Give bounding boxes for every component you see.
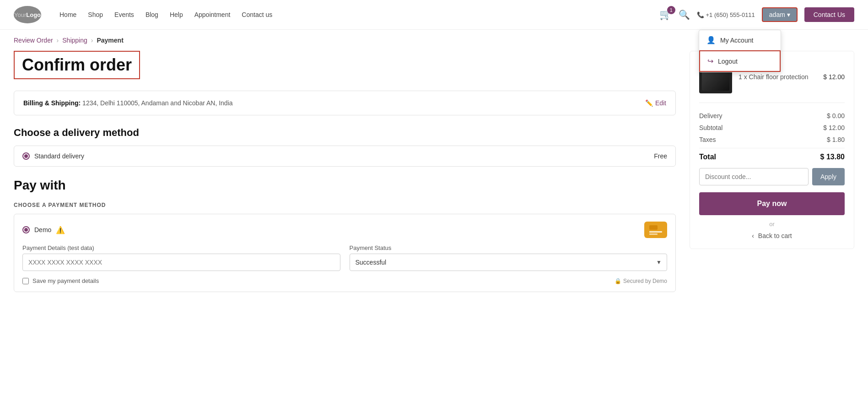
nav-contact-us[interactable]: Contact us xyxy=(242,11,272,18)
card-icon xyxy=(644,222,667,238)
cart-badge: 1 xyxy=(667,6,675,14)
subtotal-row: Subtotal $ 12.00 xyxy=(699,124,845,131)
my-account-label: My Account xyxy=(720,37,753,44)
my-account-item[interactable]: 👤 My Account xyxy=(699,30,781,50)
payment-status-select-wrap: Successful Failed Pending ▼ xyxy=(350,254,668,271)
nav-shop[interactable]: Shop xyxy=(88,11,103,18)
logo: YourLogo xyxy=(14,6,41,23)
header-right: 🛒 1 🔍 📞 +1 (650) 555-0111 adam ▾ Contact… xyxy=(659,7,854,22)
back-to-cart-link[interactable]: ‹ Back to cart xyxy=(752,232,792,239)
taxes-row: Taxes $ 1.80 xyxy=(699,136,845,143)
delivery-label: Delivery xyxy=(699,112,722,119)
demo-left: Demo ⚠️ xyxy=(22,226,65,234)
product-qty: 1 x xyxy=(739,73,747,81)
demo-row: Demo ⚠️ xyxy=(22,222,667,238)
save-payment-checkbox[interactable] xyxy=(22,278,29,284)
nav-blog[interactable]: Blog xyxy=(146,11,158,18)
product-price: $ 12.00 xyxy=(823,73,845,81)
billing-label: Billing & Shipping: xyxy=(23,99,81,107)
demo-radio[interactable] xyxy=(22,226,30,233)
payment-status-group: Payment Status Successful Failed Pending… xyxy=(350,244,668,271)
main-content: Confirm order Billing & Shipping: 1234, … xyxy=(0,51,868,310)
phone-number: 📞 +1 (650) 555-0111 xyxy=(697,11,755,18)
delivery-option-label: Standard delivery xyxy=(34,152,84,160)
back-arrow-icon: ‹ xyxy=(752,232,754,239)
standard-delivery-option[interactable]: Standard delivery xyxy=(22,152,84,160)
breadcrumb-sep-2: › xyxy=(91,37,93,44)
back-to-cart-label: Back to cart xyxy=(758,232,792,239)
nav-appointment[interactable]: Appointment xyxy=(194,11,231,18)
billing-box: Billing & Shipping: 1234, Delhi 110005, … xyxy=(14,91,676,115)
logo-your: Your xyxy=(14,11,26,18)
user-dropdown: 👤 My Account ↪ Logout xyxy=(699,30,781,72)
edit-button[interactable]: ✏️ Edit xyxy=(645,99,666,107)
left-panel: Confirm order Billing & Shipping: 1234, … xyxy=(14,51,676,292)
payment-fields: Payment Details (test data) Payment Stat… xyxy=(22,244,667,271)
demo-radio-dot xyxy=(24,228,28,232)
payment-details-input[interactable] xyxy=(22,254,340,271)
or-divider: or xyxy=(699,221,845,228)
discount-row: Apply xyxy=(699,168,845,185)
back-to-cart[interactable]: ‹ Back to cart xyxy=(699,232,845,239)
delivery-value: $ 0.00 xyxy=(827,112,845,119)
billing-address: 1234, Delhi 110005, Andaman and Nicobar … xyxy=(82,99,232,107)
delivery-section-title: Choose a delivery method xyxy=(14,127,676,139)
breadcrumb-shipping[interactable]: Shipping xyxy=(62,37,87,44)
search-icon[interactable]: 🔍 xyxy=(679,9,690,20)
header: YourLogo Home Shop Events Blog Help Appo… xyxy=(0,0,868,30)
edit-pencil-icon: ✏️ xyxy=(645,99,653,107)
cart-button[interactable]: 🛒 1 xyxy=(659,9,672,21)
nav-home[interactable]: Home xyxy=(59,11,76,18)
logo-image: YourLogo xyxy=(14,6,41,23)
total-label: Total xyxy=(699,153,716,161)
main-nav: Home Shop Events Blog Help Appointment C… xyxy=(59,11,659,18)
demo-label: Demo xyxy=(34,226,51,233)
subtotal-label: Subtotal xyxy=(699,124,722,131)
taxes-label: Taxes xyxy=(699,136,716,143)
logout-icon: ↪ xyxy=(707,57,713,65)
logout-item[interactable]: ↪ Logout xyxy=(699,50,781,72)
logout-label: Logout xyxy=(718,58,738,65)
save-row: Save my payment details 🔒 Secured by Dem… xyxy=(22,277,667,284)
nav-events[interactable]: Events xyxy=(114,11,134,18)
order-summary: 1 x Chair floor protection $ 12.00 Deliv… xyxy=(690,51,854,249)
user-menu-button[interactable]: adam ▾ xyxy=(762,7,798,22)
delivery-box: Standard delivery Free xyxy=(14,146,676,167)
billing-text: Billing & Shipping: 1234, Delhi 110005, … xyxy=(23,99,233,107)
discount-input[interactable] xyxy=(699,168,809,185)
confirm-order-title: Confirm order xyxy=(22,55,132,75)
contact-us-button[interactable]: Contact Us xyxy=(804,7,854,22)
payment-details-label: Payment Details (test data) xyxy=(22,244,340,251)
edit-label: Edit xyxy=(655,99,666,107)
breadcrumb-review-order[interactable]: Review Order xyxy=(14,37,53,44)
pay-now-button[interactable]: Pay now xyxy=(699,192,845,215)
account-icon: 👤 xyxy=(706,36,716,44)
breadcrumb-current: Payment xyxy=(97,37,123,44)
delivery-price: Free xyxy=(654,152,667,160)
payment-status-label: Payment Status xyxy=(350,244,668,251)
breadcrumb-sep-1: › xyxy=(57,37,59,44)
payment-box: Demo ⚠️ Payment Details (test data) xyxy=(14,214,676,292)
payment-method-label: CHOOSE A PAYMENT METHOD xyxy=(14,202,676,208)
total-row: Total $ 13.80 xyxy=(699,153,845,161)
secured-label: 🔒 Secured by Demo xyxy=(615,278,667,284)
product-name: 1 x Chair floor protection xyxy=(739,73,817,81)
delivery-row: Delivery $ 0.00 xyxy=(699,112,845,119)
logo-text: Logo xyxy=(26,11,41,18)
right-panel: 1 x Chair floor protection $ 12.00 Deliv… xyxy=(690,51,854,292)
save-payment-label: Save my payment details xyxy=(32,277,99,284)
product-info: 1 x Chair floor protection xyxy=(739,73,817,81)
radio-dot xyxy=(24,154,28,158)
taxes-value: $ 1.80 xyxy=(827,136,845,143)
radio-circle xyxy=(22,152,30,160)
total-value: $ 13.80 xyxy=(820,153,845,161)
payment-details-group: Payment Details (test data) xyxy=(22,244,340,271)
nav-help[interactable]: Help xyxy=(170,11,183,18)
apply-button[interactable]: Apply xyxy=(812,168,845,185)
pay-with-title: Pay with xyxy=(14,178,676,193)
lock-icon: 🔒 xyxy=(615,278,621,284)
warning-icon: ⚠️ xyxy=(56,226,65,234)
payment-status-select[interactable]: Successful Failed Pending xyxy=(350,254,668,271)
product-title: Chair floor protection xyxy=(749,73,809,81)
secured-text: Secured by Demo xyxy=(623,278,667,284)
